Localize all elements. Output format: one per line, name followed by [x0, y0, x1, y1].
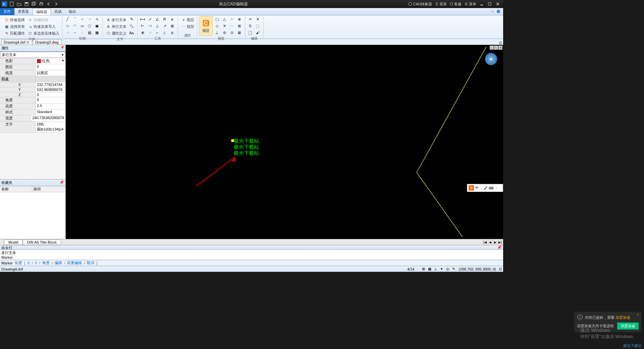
copy-icon[interactable]: ⎘	[247, 23, 253, 29]
snap-perp-icon[interactable]: ⊥	[214, 30, 220, 36]
ime-toolbar[interactable]: S 中 ·, 🎤 ⌨ ⋮	[467, 184, 503, 192]
status-polar-icon[interactable]: ✦	[439, 267, 444, 271]
dim-jog-icon[interactable]: ⟀	[162, 30, 168, 36]
match-props-button[interactable]: ✎匹配属性	[3, 30, 25, 36]
paste-icon[interactable]: 📋	[247, 30, 253, 36]
text-style-icon[interactable]: Aa	[128, 30, 135, 36]
tab-model[interactable]: Model	[4, 240, 23, 245]
status-edit-icon[interactable]: ✎	[451, 267, 456, 271]
tab-close-icon[interactable]: ⊠	[26, 41, 29, 44]
command-line[interactable]: 多行文本 Marker	[0, 250, 503, 260]
print-icon[interactable]	[38, 1, 44, 7]
layer-button[interactable]: ≡图层	[180, 17, 195, 23]
polygon-icon[interactable]: ⬠	[87, 23, 93, 29]
new-icon[interactable]	[9, 1, 15, 7]
prop-style-value[interactable]: Standard	[36, 109, 65, 115]
tab-output[interactable]: 输出	[65, 8, 80, 15]
dim-break-icon[interactable]: ⌐	[154, 30, 160, 36]
prop-angle-value[interactable]: 0	[36, 97, 65, 103]
prop-layer-value[interactable]: 0	[36, 64, 65, 70]
service-button[interactable]: 客服	[449, 2, 462, 7]
cmd-pin-icon[interactable]: 📌	[497, 245, 502, 249]
attdef-button[interactable]: ⎔属性定义	[105, 30, 127, 36]
point-icon[interactable]: ·	[79, 30, 85, 36]
prop-color-value[interactable]: 红色▾	[36, 58, 65, 64]
fav-pin-icon[interactable]: 📌	[59, 180, 64, 185]
close-icon[interactable]	[495, 1, 500, 7]
view-compass-icon[interactable]	[485, 53, 497, 65]
ime-mic-icon[interactable]: 🎤	[483, 186, 487, 190]
cut-icon[interactable]: ✂	[247, 16, 253, 22]
snap-center-icon[interactable]: ○	[229, 16, 235, 22]
marker-angle[interactable]: 角度	[42, 260, 50, 265]
dim-oblique-icon[interactable]: ⟋	[147, 30, 153, 36]
marker-offset[interactable]: 偏移	[55, 260, 62, 265]
snap-app-icon[interactable]: ⊠	[236, 30, 242, 36]
dim-continue-icon[interactable]: ⊣	[147, 23, 153, 29]
ellipse-icon[interactable]: ⬭	[64, 23, 70, 29]
dim-ordinate-icon[interactable]: ⊥	[154, 23, 160, 29]
pin-icon[interactable]: 📌	[60, 46, 64, 51]
redo-icon[interactable]	[53, 1, 59, 7]
status-snap-icon[interactable]: ⊞	[421, 267, 426, 271]
ray-icon[interactable]: →	[72, 30, 78, 36]
status-expand-icon[interactable]: ⊡	[499, 267, 502, 271]
construction-icon[interactable]: ⟋	[64, 30, 70, 36]
block-icon[interactable]: ▣	[94, 23, 100, 29]
snap-end-icon[interactable]: ▢	[214, 16, 220, 22]
linetype-button[interactable]: ⋯线型	[180, 23, 195, 30]
marker-x[interactable]: X	[27, 261, 30, 265]
snap-near-icon[interactable]: ⊙	[229, 30, 235, 36]
scroll-prev-icon[interactable]: ◀	[488, 240, 492, 245]
scroll-next-icon[interactable]: ▶	[493, 240, 497, 245]
dim-linear-icon[interactable]: ⟷	[140, 16, 146, 22]
doc-tabs-expand-icon[interactable]: ⊡	[498, 41, 503, 45]
spline-icon[interactable]: ∿	[94, 16, 100, 22]
scroll-first-icon[interactable]: |◀	[483, 240, 487, 245]
status-osnap-icon[interactable]: ◎	[445, 267, 450, 271]
brush-icon[interactable]: 🖌	[255, 30, 261, 36]
mtext-line2[interactable]: 极光下载站	[233, 144, 259, 150]
tab-viewer[interactable]: 查看器	[14, 8, 33, 15]
mtext-button[interactable]: A多行文本	[105, 17, 127, 23]
mtext-line1[interactable]: 极光下载站	[233, 138, 259, 144]
doc-tab-1[interactable]: Drawing4.dxf⊠	[1, 40, 32, 45]
snap-int-icon[interactable]: ✕	[221, 23, 227, 29]
select-icon[interactable]: ⬚	[255, 23, 261, 29]
marker-double-offset[interactable]: 双重偏移	[67, 260, 82, 265]
prop-z-value[interactable]: 0	[36, 92, 65, 97]
ime-lang-icon[interactable]: 中	[475, 186, 479, 190]
arc-icon[interactable]: ⌒	[72, 16, 78, 22]
line-icon[interactable]: ╱	[64, 16, 70, 22]
marker-y[interactable]: Y	[35, 261, 37, 265]
snap-button[interactable]: 捕捉	[199, 16, 213, 36]
mtext-line3[interactable]: 极光下载站	[233, 150, 259, 156]
canvas-close-icon[interactable]: ✕	[498, 46, 502, 50]
undo-icon[interactable]	[46, 1, 52, 7]
login-button[interactable]: 登录	[435, 2, 447, 7]
app-logo-icon[interactable]: A	[1, 1, 7, 7]
table-icon[interactable]: ▦	[94, 30, 100, 36]
tab-file[interactable]: 文件	[0, 8, 14, 15]
stext-button[interactable]: A单行文本	[105, 23, 127, 30]
circle-icon[interactable]: ○	[79, 16, 85, 22]
minimize-icon[interactable]	[479, 1, 484, 7]
quick-select-button[interactable]: 🔆快速选择	[3, 17, 25, 23]
dim-diameter-icon[interactable]: ⌀	[169, 16, 175, 22]
rect-icon[interactable]: ▭	[79, 23, 85, 29]
prop-height-value[interactable]: 2.5	[36, 103, 65, 109]
snap-mid-icon[interactable]: △	[221, 16, 227, 22]
prop-y-value[interactable]: 532.969885076	[36, 87, 65, 92]
hatch-icon[interactable]: ▨	[87, 30, 93, 36]
prop-x-value[interactable]: 232.779214744	[36, 82, 65, 87]
status-grid-icon[interactable]: ▦	[427, 267, 432, 271]
prop-text-value[interactable]: {\f幼圆|b1|i0|c134|p4	[36, 121, 65, 132]
maximize-icon[interactable]	[487, 1, 492, 7]
status-ortho-icon[interactable]: ⊥	[433, 267, 438, 271]
tab-editor[interactable]: 编辑器	[33, 8, 51, 15]
ime-more-icon[interactable]: ⋮	[495, 186, 498, 190]
select-all-button[interactable]: ▦选择所有	[3, 23, 25, 30]
dim-radius-icon[interactable]: R	[162, 16, 168, 22]
delete-icon[interactable]: ✕	[255, 16, 261, 22]
doc-tab-2[interactable]: Drawing3.dwg	[33, 40, 62, 45]
